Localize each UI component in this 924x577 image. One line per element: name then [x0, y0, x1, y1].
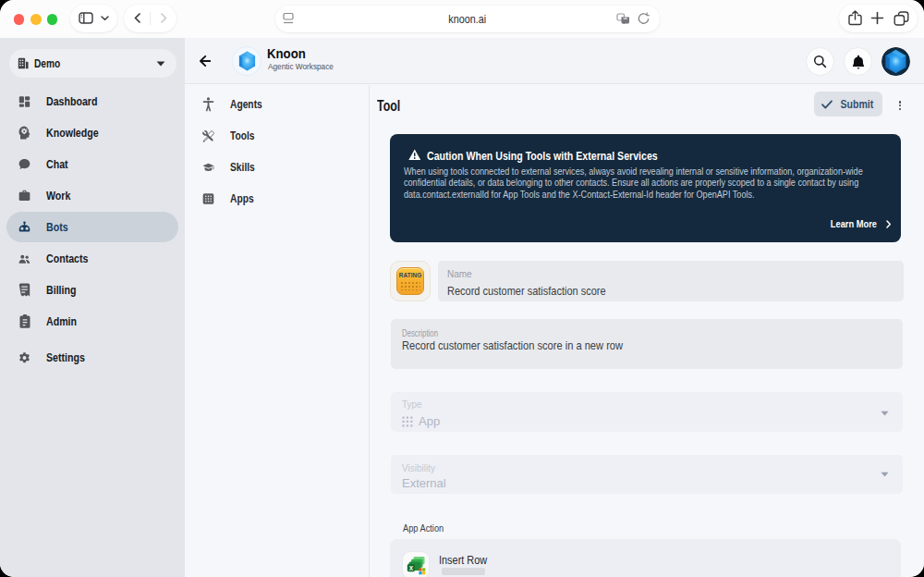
svg-text:X: X — [408, 564, 413, 571]
